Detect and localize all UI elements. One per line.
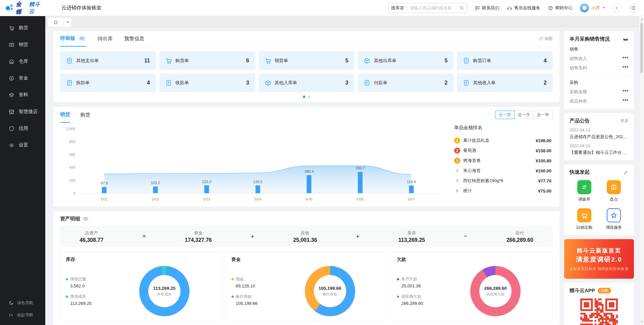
app-qr-wrap — [570, 299, 629, 325]
person-circle-icon — [631, 5, 636, 10]
after-sales-service-link[interactable]: 售后在线服务 — [507, 5, 540, 11]
total-assets-block: 总资产 46,308.77 — [79, 230, 103, 243]
sidebar-item-smart-store[interactable]: 智慧微店 — [0, 103, 45, 120]
more-link[interactable]: 更多 — [621, 118, 629, 124]
legend-item: 库存总量 3,562.0 — [66, 276, 113, 288]
legend-item: 现金 69,128.10 — [231, 276, 278, 288]
sidebar-item-label: 销货 — [19, 42, 28, 48]
legend-value: 25,001.36 — [401, 283, 444, 288]
survey-banner[interactable]: 精斗云新版首页 满意度调研2.0 全新首页已到来 期待收到您的反馈 — [564, 239, 634, 279]
tile-other-outbound[interactable]: 其他出库单 5 — [358, 51, 453, 70]
range-selector: 近一周 近一月 近一年 — [495, 111, 553, 119]
range-week-button[interactable]: 近一周 — [495, 111, 515, 119]
dashboard-content: 待审核 49 待出库 预警信息 刷新 其他支出单 11 — [45, 27, 644, 325]
tile-other-income[interactable]: 其他收入单 2 — [457, 73, 553, 92]
help-center-link[interactable]: 帮助中心 — [548, 5, 573, 11]
quick-value-added-service[interactable]: 增值服务 — [606, 208, 622, 230]
legend-dot — [66, 295, 68, 298]
refresh-button[interactable]: 刷新 — [539, 36, 553, 42]
customer-service-button[interactable] — [629, 3, 638, 12]
sidebar-item-label: 购货 — [19, 25, 28, 31]
ranking-item-name: 西红柿意粉酱190g*6 — [463, 178, 503, 184]
quick-launch-grid: 调拨单 盘点 以销定购 — [570, 180, 629, 230]
tile-sales-order[interactable]: 销货单 5 — [259, 51, 355, 70]
scroll-down-arrow[interactable]: ▼ — [639, 319, 644, 324]
tile-purchase-order[interactable]: 购货单 6 — [159, 51, 255, 70]
warehouse-icon — [9, 59, 14, 64]
carousel-dot[interactable] — [303, 96, 305, 98]
gold-medal-icon: 1 — [454, 138, 460, 144]
expense-doc-icon — [66, 57, 73, 64]
svg-text:1,000: 1,000 — [66, 127, 75, 131]
tab-purchase-trend[interactable]: 购货 — [80, 107, 90, 123]
scrollbar-thumb[interactable] — [640, 23, 643, 73]
legend-label: 库存总量 — [70, 276, 86, 282]
kv-label: 商品种类 — [570, 98, 587, 104]
ranking-item-name: 夹心海苔 — [463, 168, 481, 174]
tab-alerts[interactable]: 预警信息 — [124, 31, 144, 47]
tab-pending-outbound[interactable]: 待出库 — [98, 31, 113, 47]
history-back-button[interactable] — [612, 3, 622, 12]
sidebar-item-funds[interactable]: 资金 — [0, 70, 45, 87]
tile-other-inbound[interactable]: 其他入库单 3 — [259, 73, 355, 92]
scroll-up-arrow[interactable]: ▲ — [639, 17, 644, 22]
legend-value: 69,128.10 — [236, 283, 278, 288]
announcement-item[interactable]: 2022-04-13 云进销存产品更新公告_20220... — [570, 128, 629, 140]
inventory-panel: 库存 库存总量 3,562.0 库存成本 113,269.25 — [60, 252, 222, 321]
kv-value: *** — [623, 89, 629, 95]
legend-label: 供应商欠款 — [401, 294, 421, 300]
user-avatar[interactable] — [580, 3, 589, 12]
search-input[interactable] — [410, 6, 459, 10]
ranking-item-amount: ¥158.00 — [536, 148, 551, 153]
svg-text:5/03: 5/03 — [203, 197, 210, 201]
contact-us-link[interactable]: 联系我们 — [475, 5, 499, 11]
sidebar-item-purchase[interactable]: 购货 — [0, 19, 45, 36]
eye-icon[interactable] — [83, 216, 89, 222]
formula-value: 174,327.76 — [185, 237, 212, 243]
inventory-search[interactable]: 搜库存 — [388, 3, 467, 13]
home-tab[interactable] — [48, 18, 63, 27]
sidebar-item-warehouse[interactable]: 仓库 — [0, 53, 45, 70]
bronze-medal-icon: 3 — [454, 158, 460, 164]
legend-label: 现金 — [236, 276, 244, 282]
collapse-nav-toggle[interactable]: 收起导航 — [0, 309, 45, 321]
quick-sales-driven-purchase[interactable]: 以销定购 — [576, 208, 592, 230]
tab-pending-review[interactable]: 待审核 49 — [60, 31, 86, 47]
tile-receipt[interactable]: 收款单 3 — [159, 73, 255, 92]
carousel-dot[interactable] — [308, 96, 310, 98]
sidebar-item-sales[interactable]: 销货 — [0, 36, 45, 53]
quick-stocktake[interactable]: 盘点 — [607, 180, 621, 202]
app-title: 精斗云APP — [570, 287, 595, 294]
pencil-icon[interactable] — [624, 170, 629, 175]
tile-other-expense[interactable]: 其他支出单 11 — [60, 51, 156, 70]
funds-donut-chart: 105,199.66 银行存款 — [305, 266, 355, 316]
tab-dropdown-button[interactable] — [64, 18, 71, 27]
user-menu[interactable]: 小乔 — [580, 3, 605, 12]
sidebar-item-label: 设置 — [19, 142, 28, 148]
svg-text:200: 200 — [69, 178, 75, 182]
tile-disassembly[interactable]: 拆卸单 4 — [60, 73, 156, 92]
tile-purchase-po[interactable]: 购货订单 4 — [457, 51, 553, 70]
sidebar-item-settings[interactable]: 设置 — [0, 137, 45, 154]
sidebar-item-credit[interactable]: 信用 — [0, 120, 45, 137]
chat-icon — [475, 5, 480, 11]
ranking-row: 3 烤海苔卷 ¥100.80 — [454, 156, 551, 166]
glasses-icon[interactable] — [623, 36, 629, 42]
range-year-button[interactable]: 近一年 — [533, 111, 553, 119]
range-month-button[interactable]: 近一月 — [514, 111, 534, 119]
quick-transfer-order[interactable]: 调拨单 — [577, 180, 591, 202]
formula-value: 113,269.25 — [398, 237, 425, 243]
dark-nav-toggle[interactable]: 深色导航 — [0, 297, 45, 309]
pending-review-count-badge: 49 — [77, 36, 86, 41]
announcement-item[interactable]: 2022-04-13 【重要通知】精斗云工作台城... — [570, 144, 629, 156]
vertical-scrollbar[interactable]: ▲ ▼ — [639, 16, 644, 325]
rank-number: 4 — [454, 168, 460, 173]
minus-operator: − — [464, 233, 467, 240]
tab-sales-trend[interactable]: 销货 — [60, 107, 70, 123]
tile-payment[interactable]: 付款单 2 — [358, 73, 453, 92]
search-category[interactable]: 搜库存 — [391, 5, 404, 11]
svg-text:330.7: 330.7 — [356, 166, 365, 170]
search-icon[interactable] — [459, 5, 464, 10]
tab-label: 预警信息 — [124, 36, 144, 42]
sidebar-item-data[interactable]: 资料 — [0, 87, 45, 103]
